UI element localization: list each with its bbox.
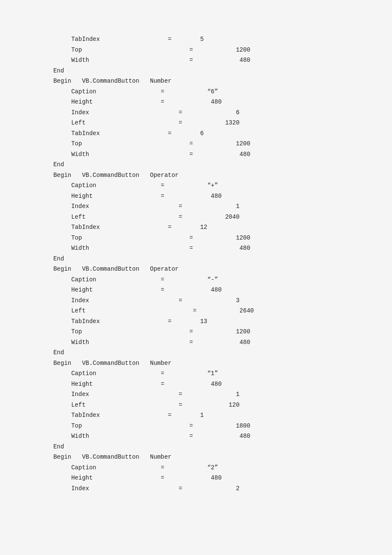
- tabindex-line: TabIndex = 5 Top = 1200 Width = 480 End …: [43, 36, 254, 492]
- code-content: TabIndex = 5 Top = 1200 Width = 480 End …: [43, 34, 366, 494]
